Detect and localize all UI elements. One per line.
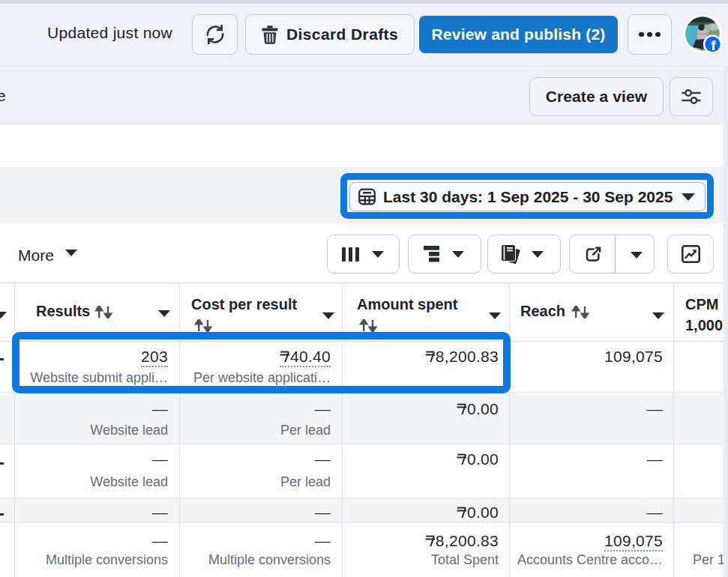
svg-text:f: f <box>711 37 716 53</box>
